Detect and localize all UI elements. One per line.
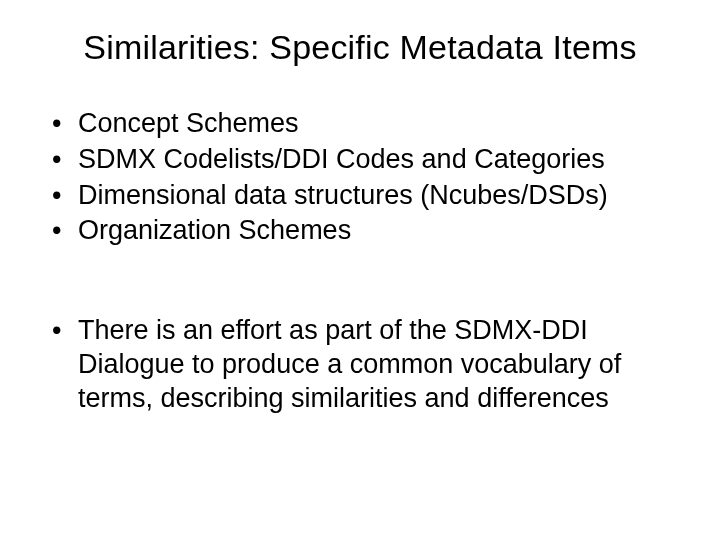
- list-item: Concept Schemes: [48, 107, 672, 141]
- list-item: Organization Schemes: [48, 214, 672, 248]
- slide-title: Similarities: Specific Metadata Items: [48, 28, 672, 67]
- list-item: SDMX Codelists/DDI Codes and Categories: [48, 143, 672, 177]
- bullet-text: Dimensional data structures (Ncubes/DSDs…: [78, 180, 608, 210]
- bullet-text: SDMX Codelists/DDI Codes and Categories: [78, 144, 605, 174]
- list-item: Dimensional data structures (Ncubes/DSDs…: [48, 179, 672, 213]
- spacer: [48, 250, 672, 314]
- slide: Similarities: Specific Metadata Items Co…: [0, 0, 720, 540]
- bullet-list-1: Concept Schemes SDMX Codelists/DDI Codes…: [48, 107, 672, 248]
- list-item: There is an effort as part of the SDMX-D…: [48, 314, 672, 415]
- bullet-text: There is an effort as part of the SDMX-D…: [78, 315, 621, 413]
- bullet-list-2: There is an effort as part of the SDMX-D…: [48, 314, 672, 415]
- bullet-text: Concept Schemes: [78, 108, 299, 138]
- bullet-text: Organization Schemes: [78, 215, 351, 245]
